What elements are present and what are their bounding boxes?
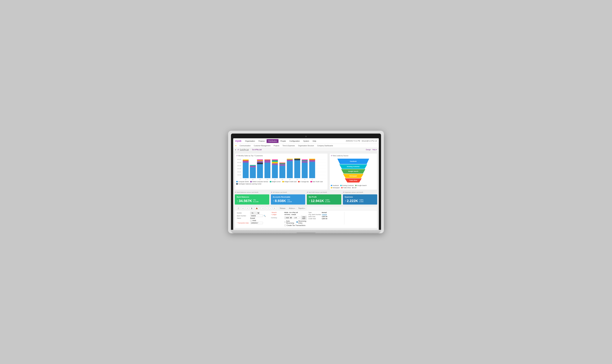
- kpi-bank-abs: 32.219M: [253, 201, 258, 203]
- toolbar-save-btn[interactable]: ⬜: [236, 207, 240, 210]
- form-currency-select[interactable]: AUD: [284, 217, 292, 219]
- view-base-button[interactable]: View base: [301, 216, 307, 220]
- star-icon[interactable]: ★: [235, 145, 237, 147]
- form-create-tax-checkbox[interactable]: [284, 225, 286, 226]
- sub-nav-time-expenses[interactable]: Time & Expenses: [281, 144, 296, 147]
- bar-chart-refresh-icon[interactable]: ↺: [236, 155, 238, 157]
- kpi-section-title-exp: ↺ Expenses versus Last Month: [343, 192, 377, 193]
- funnel-bar-trade-show: Trade Show: [345, 178, 362, 182]
- kpi-exp-value-row: ↑ 2.222K +180% 3.456K: [345, 199, 375, 203]
- kpi-refresh-exp[interactable]: ↺: [343, 192, 344, 193]
- form-batch-input[interactable]: [250, 215, 263, 217]
- user-info: ldreyer@Co A Pty Ltd: [362, 140, 377, 142]
- toolbar-next-btn[interactable]: ›: [269, 207, 272, 210]
- sub-nav-company-dashboards[interactable]: Company Dashboards: [316, 144, 334, 147]
- form-panel: ⬜ ↩ + 🗑 📤 ⊣ ‹ › ⊢ Release Ac: [235, 206, 377, 228]
- funnel-label-facebook: Facebook: [350, 161, 356, 162]
- form-orig-batch-link[interactable]: 006838: [322, 214, 327, 215]
- nav-people[interactable]: People: [279, 139, 287, 143]
- funnel-bar-existing: Existing Customer: [339, 164, 367, 169]
- svg-rect-53: [302, 161, 308, 163]
- sub-nav-projects[interactable]: Projects: [272, 144, 281, 147]
- kpi-section-title-bank: ↺ Bank Balances versus Last Month: [235, 192, 269, 193]
- svg-rect-25: [257, 161, 263, 163]
- nav-system[interactable]: System: [302, 139, 311, 143]
- kpi-net-abs: 25.299K: [325, 201, 330, 203]
- kpi-net-amount: 12.941K: [311, 199, 324, 203]
- svg-rect-35: [272, 162, 278, 163]
- breadcrumb-separator: →: [250, 149, 251, 151]
- svg-rect-21: [250, 165, 256, 166]
- toolbar-prev-btn[interactable]: ‹: [265, 207, 268, 210]
- bar-chart-svg: 600,000 500,000 400,000 300,000 200,000 …: [236, 158, 326, 182]
- form-credit-row: Credit Total: 4,567.00: [308, 218, 341, 220]
- form-auto-reversing-row: Auto Reversing Reversing Entry: [271, 220, 307, 224]
- svg-text:500,000: 500,000: [237, 162, 241, 163]
- kpi-row: ↺ Bank Balances versus Last Month ↺ AR V…: [235, 192, 377, 205]
- form-orig-batch-row: Orig. Batch Number: 006838: [308, 214, 341, 215]
- form-hold-checkbox[interactable]: [250, 220, 252, 221]
- kpi-refresh-bank[interactable]: ↺: [235, 192, 236, 193]
- nav-finance[interactable]: Finance: [257, 139, 266, 143]
- form-status-value: Posted: [250, 217, 255, 219]
- nav-organisation[interactable]: Organisation: [244, 139, 257, 143]
- design-button[interactable]: Design: [366, 149, 371, 151]
- funnel-label-google: Google Search: [348, 170, 358, 172]
- toolbar-first-btn[interactable]: ⊣: [261, 207, 264, 210]
- collapse-icon[interactable]: ▶: [235, 149, 236, 151]
- nav-configuration[interactable]: Configuration: [288, 139, 301, 143]
- svg-text:Q6: Q6: [282, 179, 283, 180]
- breadcrumb-link-1[interactable]: Co A Pty Ltd: [240, 149, 249, 151]
- toolbar-export-btn[interactable]: 📤: [255, 207, 259, 210]
- svg-rect-33: [272, 165, 278, 178]
- help-button[interactable]: Help ▾: [372, 149, 377, 151]
- legend-color-huntington: [236, 183, 238, 184]
- nav-distribution[interactable]: Distribution: [267, 139, 278, 143]
- kpi-refresh-net[interactable]: ↺: [307, 192, 308, 193]
- form-txdate-input[interactable]: [250, 222, 263, 224]
- funnel-chart-title: ↺ New Leads by Source: [331, 155, 376, 157]
- nav-help[interactable]: Help: [311, 139, 318, 143]
- actions-button[interactable]: Actions ▾: [287, 207, 296, 210]
- toolbar-add-btn[interactable]: +: [246, 207, 249, 210]
- form-currency-label: Currency:: [271, 217, 284, 219]
- refresh-icon[interactable]: ↺: [237, 149, 239, 151]
- reports-button[interactable]: Reports ▾: [297, 207, 306, 210]
- funnel-label-newspaper: Newspaper: [349, 175, 357, 177]
- form-currency-rate[interactable]: [293, 217, 300, 219]
- form-module-select[interactable]: GL: [250, 212, 260, 214]
- kpi-exp-pct: +180%: [359, 199, 364, 201]
- sub-nav-org-structure[interactable]: Organisation Structure: [297, 144, 315, 147]
- svg-rect-42: [279, 163, 285, 163]
- svg-rect-45: [287, 159, 293, 161]
- toolbar-last-btn[interactable]: ⊢: [273, 207, 277, 210]
- form-reversing-entry-checkbox[interactable]: [297, 221, 298, 223]
- funnel-refresh-icon[interactable]: ↺: [331, 155, 332, 157]
- form-reversing-entry-label: Reversing Entry: [298, 220, 307, 224]
- svg-text:100,000: 100,000: [237, 174, 241, 175]
- form-type-label: Type:: [308, 212, 321, 213]
- svg-text:600,000: 600,000: [237, 159, 241, 160]
- form-batch-search-icon[interactable]: 🔍: [264, 215, 266, 217]
- svg-text:0: 0: [241, 178, 241, 179]
- form-auto-reversing-checkbox[interactable]: [284, 221, 286, 223]
- form-ledger-value: ACTUAL - Actual: [284, 214, 296, 215]
- toolbar-undo-btn[interactable]: ↩: [241, 207, 245, 210]
- release-button[interactable]: Release: [279, 207, 287, 210]
- sub-nav-customer-management[interactable]: Customer Management: [252, 144, 272, 147]
- toolbar-delete-btn[interactable]: 🗑: [250, 207, 254, 210]
- breadcrumb-bar: ▶ ↺ Co A Pty Ltd → Co A Pty Ltd Design H…: [233, 148, 379, 152]
- svg-rect-41: [279, 163, 285, 164]
- form-ledger-row: * Ledger: ACTUAL - Actual: [271, 214, 307, 215]
- form-auto-reversing-label: Auto Reversing: [286, 220, 294, 224]
- laptop-outer: myob Organisation Finance Distribution P…: [228, 131, 384, 233]
- funnel-legend-label-facebook: Facebook: [333, 185, 339, 186]
- kpi-refresh-ar[interactable]: ↺: [271, 192, 272, 193]
- svg-rect-44: [287, 161, 293, 178]
- form-batch-label: Batch Number:: [237, 215, 250, 217]
- svg-rect-48: [294, 160, 300, 178]
- sub-nav-communication[interactable]: Communication: [238, 144, 252, 147]
- kpi-net-change: +105% 25.299K: [325, 199, 330, 203]
- breadcrumb-actions: Design Help ▾: [366, 149, 377, 151]
- camera: [305, 136, 307, 137]
